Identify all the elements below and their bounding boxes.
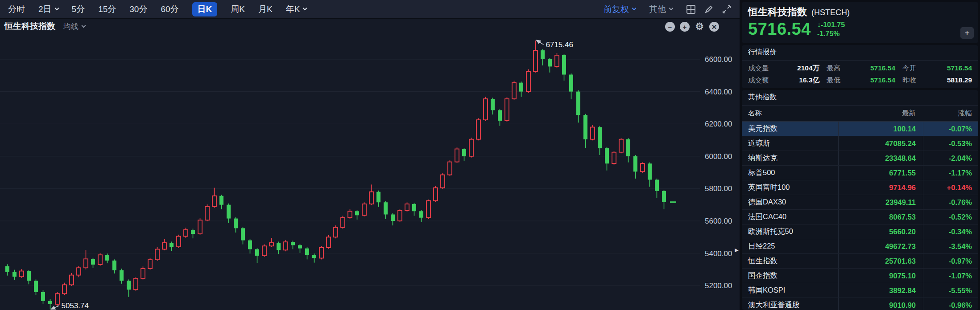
last-price: 5716.54 xyxy=(748,20,811,39)
quote-section-title: 行情报价 xyxy=(742,45,978,61)
svg-text:5600.00: 5600.00 xyxy=(705,217,732,225)
add-to-watchlist-button[interactable]: + xyxy=(960,27,974,39)
toolbar-icons xyxy=(686,4,732,14)
period-2日[interactable]: 2日 xyxy=(38,4,58,15)
period-buttons: 分时2日5分15分30分60分日K周K月K年K xyxy=(8,2,306,16)
close-icon[interactable]: ✕ xyxy=(709,22,719,32)
other-indices-card: 其他指数 名称 最新 涨幅 美元指数100.14-0.07%道琼斯47085.2… xyxy=(742,90,978,310)
price-change-percent: -1.75% xyxy=(817,29,845,38)
quote-fields-grid: 成交量2104万最高5716.54今开5716.54成交额16.3亿最低5716… xyxy=(742,61,978,88)
quote-detail-card: 行情报价 成交量2104万最高5716.54今开5716.54成交额16.3亿最… xyxy=(742,45,978,88)
period-5分[interactable]: 5分 xyxy=(72,4,85,15)
svg-text:6715.46: 6715.46 xyxy=(546,41,573,49)
ma-label: 均线 xyxy=(63,21,79,32)
index-row-国企指数[interactable]: 国企指数9075.10-1.07% xyxy=(742,269,978,283)
svg-text:5400.00: 5400.00 xyxy=(705,249,732,258)
index-row-欧洲斯托克50[interactable]: 欧洲斯托克505660.20-0.34% xyxy=(742,224,978,239)
period-60分[interactable]: 60分 xyxy=(161,4,178,15)
chart-region: 分时2日5分15分30分60分日K周K月K年K 前复权 其他 恒生科技指数 均线… xyxy=(0,0,740,310)
chevron-down-icon xyxy=(82,23,86,28)
down-arrow-icon: ↓ xyxy=(817,21,821,29)
index-row-美元指数[interactable]: 美元指数100.14-0.07% xyxy=(742,122,978,136)
svg-text:5200.00: 5200.00 xyxy=(705,281,732,290)
quote-panel: 恒生科技指数 (HSTECH) 5716.54 ↓-101.75 -1.75% … xyxy=(740,0,980,310)
chevron-down-icon xyxy=(632,6,637,11)
index-row-日经225[interactable]: 日经22549672.73-3.54% xyxy=(742,239,978,254)
zoom-out-icon[interactable]: − xyxy=(665,22,675,32)
chevron-down-icon xyxy=(303,6,307,11)
instrument-code: (HSTECH) xyxy=(811,8,850,17)
column-header-last: 最新 xyxy=(838,109,923,118)
price-change: ↓-101.75 xyxy=(817,20,845,29)
svg-text:6200.00: 6200.00 xyxy=(705,120,732,128)
chevron-down-icon xyxy=(54,6,59,11)
candlestick-chart[interactable]: 6600.006400.006200.006000.005800.005600.… xyxy=(0,19,740,310)
period-年K[interactable]: 年K xyxy=(286,4,307,15)
chart-instrument-title: 恒生科技指数 xyxy=(4,20,55,32)
index-row-纳斯达克[interactable]: 纳斯达克23348.64-2.04% xyxy=(742,151,978,166)
index-row-澳大利亚普通股[interactable]: 澳大利亚普通股9010.90-0.96% xyxy=(742,298,978,310)
index-row-德国DAX30[interactable]: 德国DAX3023949.11-0.76% xyxy=(742,195,978,210)
period-周K[interactable]: 周K xyxy=(231,4,245,15)
quote-field-最低: 最低5716.54 xyxy=(827,75,902,85)
price-change-block: ↓-101.75 -1.75% xyxy=(817,20,845,38)
svg-text:6000.00: 6000.00 xyxy=(705,152,732,161)
indices-table-body: 美元指数100.14-0.07%道琼斯47085.24-0.53%纳斯达克233… xyxy=(742,122,978,310)
draw-brush-icon[interactable] xyxy=(704,4,714,14)
index-row-韩国KOSPI[interactable]: 韩国KOSPI3892.84-5.55% xyxy=(742,283,978,298)
period-月K[interactable]: 月K xyxy=(258,4,273,15)
quote-field-最高: 最高5716.54 xyxy=(827,63,902,73)
period-分时[interactable]: 分时 xyxy=(8,4,25,15)
instrument-header-card: 恒生科技指数 (HSTECH) 5716.54 ↓-101.75 -1.75% … xyxy=(742,2,978,43)
period-30分[interactable]: 30分 xyxy=(129,4,147,15)
trading-app-window: 分时2日5分15分30分60分日K周K月K年K 前复权 其他 恒生科技指数 均线… xyxy=(0,0,980,310)
column-header-change: 涨幅 xyxy=(923,109,978,118)
indices-section-title: 其他指数 xyxy=(742,90,978,106)
ma-indicator-dropdown[interactable]: 均线 xyxy=(63,21,85,32)
adjust-mode-dropdown[interactable]: 前复权 xyxy=(604,4,636,15)
quote-field-今开: 今开5716.54 xyxy=(902,63,979,73)
period-日K[interactable]: 日K xyxy=(192,2,218,16)
index-row-英国富时100[interactable]: 英国富时1009714.96+0.14% xyxy=(742,180,978,195)
index-row-法国CAC40[interactable]: 法国CAC408067.53-0.52% xyxy=(742,210,978,224)
adjust-mode-label: 前复权 xyxy=(604,4,629,15)
quote-field-成交量: 成交量2104万 xyxy=(748,63,827,73)
settings-gear-icon[interactable]: ⚙ xyxy=(695,22,704,32)
svg-text:6400.00: 6400.00 xyxy=(705,88,732,96)
svg-text:5053.74: 5053.74 xyxy=(62,302,89,310)
zoom-in-icon[interactable]: + xyxy=(680,22,690,32)
indices-table-header: 名称 最新 涨幅 xyxy=(742,106,978,122)
layout-grid-icon[interactable] xyxy=(686,4,696,14)
index-row-标普500[interactable]: 标普5006771.55-1.17% xyxy=(742,166,978,180)
chart-pane-controls: − + ⚙ ✕ xyxy=(665,22,719,32)
svg-text:5800.00: 5800.00 xyxy=(705,184,732,193)
chart-subheader: 恒生科技指数 均线 xyxy=(4,20,85,32)
column-header-name: 名称 xyxy=(742,109,838,118)
other-label: 其他 xyxy=(649,4,666,15)
instrument-name: 恒生科技指数 xyxy=(748,5,807,19)
index-row-恒生指数[interactable]: 恒生指数25701.63-0.97% xyxy=(742,254,978,269)
fullscreen-icon[interactable] xyxy=(722,4,732,14)
other-dropdown[interactable]: 其他 xyxy=(649,4,673,15)
svg-text:6600.00: 6600.00 xyxy=(705,55,732,64)
kline-chart-pane: 恒生科技指数 均线 − + ⚙ ✕ 6600.006400.006200.006… xyxy=(0,19,740,310)
index-row-道琼斯[interactable]: 道琼斯47085.24-0.53% xyxy=(742,136,978,151)
quote-field-成交额: 成交额16.3亿 xyxy=(748,75,827,85)
quote-field-昨收: 昨收5818.29 xyxy=(902,75,979,85)
chevron-down-icon xyxy=(669,6,674,11)
panel-collapse-handle[interactable]: ▶ xyxy=(734,244,740,256)
period-toolbar: 分时2日5分15分30分60分日K周K月K年K 前复权 其他 xyxy=(0,0,740,19)
period-15分[interactable]: 15分 xyxy=(98,4,116,15)
